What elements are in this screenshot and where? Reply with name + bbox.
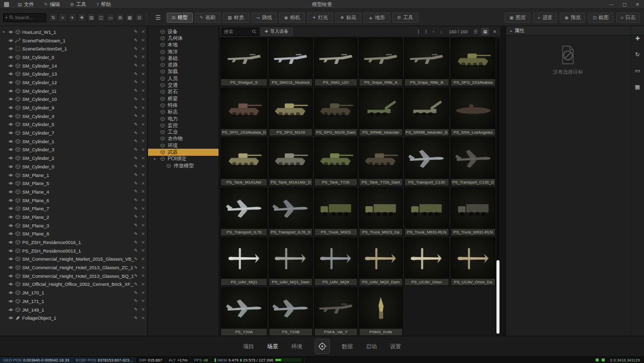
bottom-tab[interactable]: 启动 [365, 341, 378, 352]
category-item[interactable]: 加载 [148, 69, 219, 75]
asset-nav-button[interactable]: ⟨ [414, 28, 422, 35]
remove-x-icon[interactable]: ✕ [141, 282, 145, 287]
collapse-chevron-icon[interactable]: ▴ [510, 29, 512, 33]
remove-x-icon[interactable]: ✕ [141, 54, 145, 59]
remove-x-icon[interactable]: ✕ [141, 273, 145, 278]
visibility-eye-icon[interactable] [8, 206, 14, 211]
remove-x-icon[interactable]: ✕ [141, 290, 145, 295]
capture-tool-button[interactable] [315, 339, 330, 354]
tree-tool-button[interactable]: ▦ [125, 13, 134, 22]
edit-pencil-icon[interactable]: ✎ [134, 72, 138, 77]
asset-card[interactable]: PS_Transport_IL76_D [269, 188, 312, 236]
visibility-eye-icon[interactable] [8, 155, 14, 161]
tree-tool-button[interactable]: ⊞ [116, 13, 124, 22]
asset-card[interactable]: PS_SPG_M109 [269, 88, 312, 136]
edit-pencil-icon[interactable]: ✎ [134, 38, 138, 43]
remove-x-icon[interactable]: ✕ [141, 298, 145, 304]
remove-x-icon[interactable]: ✕ [141, 307, 145, 312]
edit-pencil-icon[interactable]: ✎ [134, 265, 138, 270]
tree-row[interactable]: SM_Cylinder_6 ✎ ✕ [0, 53, 147, 62]
asset-card[interactable]: PS_SMG_UZI [314, 38, 357, 86]
tree-row[interactable]: SM_Cylinder_9 ✎ ✕ [0, 103, 147, 112]
tree-row[interactable]: SM_Cylinder_0 ✎ ✕ [0, 162, 147, 171]
expand-arrow-icon[interactable] [3, 30, 8, 34]
asset-card[interactable]: PS_UCAV_Orion_Da [451, 237, 495, 286]
visibility-eye-icon[interactable] [8, 290, 14, 295]
asset-card[interactable]: PS_Truck_M923 [314, 188, 357, 236]
visibility-eye-icon[interactable] [8, 298, 14, 304]
edit-pencil-icon[interactable]: ✎ [134, 80, 138, 85]
edit-pencil-icon[interactable]: ✎ [134, 147, 138, 152]
menu-item[interactable]: ✎ 编辑 [39, 0, 65, 9]
asset-card[interactable]: PS_Truck_M931-RLN [451, 188, 495, 236]
remove-x-icon[interactable]: ✕ [141, 156, 145, 161]
edit-pencil-icon[interactable]: ✎ [134, 131, 138, 136]
tree-tool-button[interactable]: ⊟ [135, 13, 144, 22]
tree-row[interactable]: SM_Cylinder_10 ✎ ✕ [0, 95, 147, 104]
editor-tab[interactable]: ◉ 相机 [279, 13, 305, 23]
tree-tool-button[interactable]: ⇅ [49, 13, 57, 22]
edit-pencil-icon[interactable]: ✎ [134, 63, 138, 68]
asset-search-input[interactable] [224, 29, 250, 34]
edit-pencil-icon[interactable]: ✎ [134, 307, 138, 312]
visibility-eye-icon[interactable] [8, 96, 14, 102]
visibility-eye-icon[interactable] [8, 315, 14, 321]
remove-x-icon[interactable]: ✕ [141, 122, 145, 127]
category-item[interactable]: 停放模型 [148, 162, 219, 169]
grid-view-icon[interactable]: ⊞ [481, 28, 489, 35]
tree-row[interactable]: JM_171_1 ✎ ✕ [0, 297, 147, 306]
edit-pencil-icon[interactable]: ✎ [134, 164, 138, 169]
remove-x-icon[interactable]: ✕ [141, 316, 145, 321]
edit-pencil-icon[interactable]: ✎ [134, 54, 138, 59]
asset-card[interactable]: PS_SPG_2S3Akatsia [451, 38, 495, 86]
transform-tool-icon[interactable]: ▦ [633, 83, 641, 91]
category-item[interactable]: POI绑定 [148, 156, 219, 162]
editor-tab[interactable]: ▲ 地形 [364, 13, 390, 23]
edit-pencil-icon[interactable]: ✎ [134, 282, 138, 287]
visibility-eye-icon[interactable] [8, 281, 14, 287]
category-item[interactable]: 人员 [148, 75, 219, 82]
editor-tab[interactable]: ⊞ 模型 [167, 13, 193, 23]
asset-card[interactable]: PS_Y20A [221, 287, 267, 335]
category-item[interactable]: 武器 [148, 149, 219, 155]
category-item[interactable]: 海洋 [148, 48, 219, 55]
list-view-icon[interactable]: ☰ [472, 28, 479, 35]
edit-pencil-icon[interactable]: ✎ [134, 156, 138, 161]
edit-pencil-icon[interactable]: ✎ [134, 29, 138, 34]
close-panel-icon[interactable]: ✕ [491, 28, 498, 35]
edit-pencil-icon[interactable]: ✎ [134, 189, 138, 194]
asset-card[interactable]: PS_SRMB_Iskander [359, 88, 402, 136]
edit-pencil-icon[interactable]: ✎ [134, 139, 138, 144]
tree-row[interactable]: SM_Cylinder_2 ✎ ✕ [0, 154, 147, 162]
visibility-eye-icon[interactable] [8, 265, 14, 270]
asset-card[interactable]: PSMS_Knife [359, 287, 402, 335]
remove-x-icon[interactable]: ✕ [141, 29, 145, 34]
edit-pencil-icon[interactable]: ✎ [134, 172, 138, 177]
category-item[interactable]: 监控 [148, 122, 219, 129]
tree-row[interactable]: SM_Plane_8 ✎ ✕ [0, 230, 147, 238]
edit-pencil-icon[interactable]: ✎ [134, 122, 138, 127]
asset-card[interactable]: PS_SPG_2S3Akatsia_D [221, 88, 267, 136]
edit-pencil-icon[interactable]: ✎ [134, 214, 138, 219]
remove-x-icon[interactable]: ✕ [141, 172, 145, 177]
asset-card[interactable]: PS_UAV_MQ1_Dam [269, 237, 312, 286]
visibility-eye-icon[interactable] [8, 307, 14, 313]
category-item[interactable]: 电力 [148, 115, 219, 122]
category-item[interactable]: 道路 [148, 62, 219, 68]
tree-row[interactable]: SM_Plane_1 ✎ ✕ [0, 171, 147, 179]
remove-x-icon[interactable]: ✕ [141, 131, 145, 136]
category-item[interactable]: 农作物 [148, 136, 219, 142]
tree-row[interactable]: JM_170_1 ✎ ✕ [0, 288, 147, 297]
tree-row[interactable]: PS_ZSH_Residence0013_1 ✎ ✕ [0, 247, 147, 255]
edit-pencil-icon[interactable]: ✎ [134, 206, 138, 211]
remove-x-icon[interactable]: ✕ [141, 214, 145, 219]
category-item[interactable]: 环境 [148, 142, 219, 149]
menu-item[interactable]: ⚙ 工具 [65, 0, 91, 9]
asset-card[interactable]: PS_Tank_T72b_Dam [359, 138, 402, 186]
asset-card[interactable]: PS_SRMB_Iskander_D [404, 88, 450, 136]
remove-x-icon[interactable]: ✕ [141, 105, 145, 110]
category-item[interactable]: 岩石 [148, 89, 219, 95]
visibility-eye-icon[interactable] [8, 29, 14, 35]
editor-tab[interactable]: ✎ 画刷 [195, 13, 221, 23]
category-item[interactable]: 桥梁 [148, 95, 219, 102]
